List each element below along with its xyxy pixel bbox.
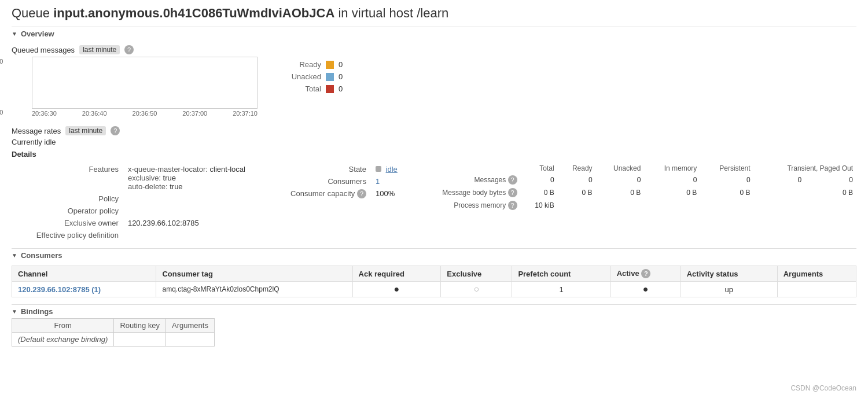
message-rates-help[interactable]: ? [111, 126, 120, 135]
chart-y-top: 1.0 [0, 58, 3, 65]
bindings-arrow-icon: ▼ [12, 308, 17, 315]
chart-legend: Ready 0 Unacked 0 Total 0 [281, 60, 343, 93]
process-memory-row: Process memory ? 10 kiB [405, 199, 856, 212]
message-rates-badge[interactable]: last minute [65, 126, 106, 135]
bindings-section: ▼ Bindings From Routing key Arguments (D… [12, 304, 856, 347]
consumers-table: Channel Consumer tag Ack required Exclus… [12, 266, 856, 297]
features-row: Features x-queue-master-locator: client-… [12, 163, 278, 193]
th-in-memory: In memory [644, 163, 700, 174]
message-rates-header: Message rates last minute ? [12, 126, 856, 135]
details-left: Features x-queue-master-locator: client-… [12, 163, 278, 241]
policy-row: Policy [12, 193, 278, 205]
consumer-capacity-label: Consumer capacity [290, 189, 355, 198]
consumer-arguments [777, 282, 856, 297]
consumers-section: ▼ Consumers Channel Consumer tag Ack req… [12, 248, 856, 297]
consumers-arrow-icon: ▼ [12, 252, 17, 259]
th-ack-required: Ack required [352, 266, 441, 282]
th-arguments: Arguments [777, 266, 856, 282]
consumer-capacity-help[interactable]: ? [357, 189, 366, 198]
policy-label: Policy [12, 193, 124, 205]
messages-help[interactable]: ? [508, 175, 517, 185]
consumer-active: ● [610, 282, 681, 297]
th-active: Active ? [610, 266, 681, 282]
th-activity-status: Activity status [681, 266, 777, 282]
stats-header-row: Total Ready Unacked In memory Persistent… [405, 163, 856, 174]
th-routing-key: Routing key [114, 319, 166, 333]
operator-policy-row: Operator policy [12, 205, 278, 217]
binding-routing-key [114, 333, 166, 347]
chart-wrapper: 1.0 0.0 20:36:30 20:36:40 20:36:50 20:37… [12, 57, 258, 117]
queued-messages-badge[interactable]: last minute [79, 45, 120, 54]
consumers-count-value: 1 [371, 175, 405, 187]
th-persistent: Persistent [700, 163, 753, 174]
legend-ready-value: 0 [339, 60, 343, 69]
consumers-section-label: Consumers [21, 251, 62, 260]
consumer-row: 120.239.66.102:8785 (1) amq.ctag-8xMRaYt… [12, 282, 856, 297]
th-channel: Channel [12, 266, 156, 282]
chart-x-labels: 20:36:30 20:36:40 20:36:50 20:37:00 20:3… [32, 110, 258, 117]
message-body-help[interactable]: ? [508, 188, 517, 197]
bindings-section-label: Bindings [21, 307, 53, 316]
consumer-prefetch-count: 1 [512, 282, 610, 297]
overview-content: Queued messages last minute ? 1.0 0.0 20… [12, 45, 856, 241]
binding-arguments [166, 333, 215, 347]
consumer-tag-value: amq.ctag-8xMRaYtAk0zlos0Chpm2lQ [156, 282, 352, 297]
exclusive-owner-value: 120.239.66.102:8785 [124, 217, 278, 229]
legend-unacked-value: 0 [339, 72, 343, 81]
legend-unacked-color [326, 73, 334, 81]
details-grid: Features x-queue-master-locator: client-… [12, 163, 856, 241]
queued-messages-chart [32, 57, 258, 109]
bindings-table: From Routing key Arguments (Default exch… [12, 318, 215, 347]
legend-ready-color [326, 61, 334, 69]
effective-policy-row: Effective policy definition [12, 229, 278, 241]
chart-area: 1.0 0.0 20:36:30 20:36:40 20:36:50 20:37… [12, 57, 856, 117]
details-label: Details [12, 150, 856, 159]
consumer-capacity-value: 100% [371, 187, 405, 200]
legend-total-color [326, 85, 334, 93]
overview-section-header[interactable]: ▼ Overview [12, 27, 856, 40]
legend-unacked: Unacked 0 [281, 72, 343, 81]
messages-stats-row: Messages ? 0 0 0 0 0 0 0 [405, 174, 856, 186]
overview-label: Overview [21, 30, 54, 38]
message-body-bytes-row: Message body bytes ? 0 B 0 B 0 B 0 B 0 B… [405, 186, 856, 199]
state-label: State [278, 163, 371, 175]
th-from: From [12, 319, 114, 333]
process-memory-help[interactable]: ? [508, 201, 517, 210]
operator-policy-label: Operator policy [12, 205, 124, 217]
consumers-row: Consumers 1 [278, 175, 405, 187]
consumers-section-header[interactable]: ▼ Consumers [12, 248, 856, 262]
message-rates-label: Message rates [12, 127, 61, 135]
state-row: State idle [278, 163, 405, 175]
legend-total-value: 0 [339, 84, 343, 93]
consumers-count-label: Consumers [278, 175, 371, 187]
th-exclusive: Exclusive [441, 266, 512, 282]
bindings-section-header[interactable]: ▼ Bindings [12, 304, 856, 318]
exclusive-owner-label: Exclusive owner [12, 217, 124, 229]
bindings-header-row: From Routing key Arguments [12, 319, 215, 333]
chart-y-bottom: 0.0 [0, 109, 3, 116]
queued-messages-label: Queued messages [12, 46, 75, 54]
state-value: idle [386, 165, 398, 174]
th-unacked: Unacked [596, 163, 645, 174]
th-prefetch-count: Prefetch count [512, 266, 610, 282]
queued-messages-header: Queued messages last minute ? [12, 45, 856, 54]
consumer-activity-status: up [681, 282, 777, 297]
th-consumer-tag: Consumer tag [156, 266, 352, 282]
currently-idle-text: Currently idle [12, 138, 856, 146]
features-label: Features [12, 163, 124, 193]
effective-policy-label: Effective policy definition [12, 229, 124, 241]
th-total: Total [521, 163, 558, 174]
state-icon [376, 166, 381, 172]
consumer-channel: 120.239.66.102:8785 (1) [12, 282, 156, 297]
th-binding-arguments: Arguments [166, 319, 215, 333]
th-transient: Transient, Paged Out [754, 163, 856, 174]
page-title: Queue input.anonymous.0h41C086TuWmdIviAO… [12, 6, 856, 21]
binding-row: (Default exchange binding) [12, 333, 215, 347]
queued-messages-help[interactable]: ? [124, 45, 134, 54]
details-middle: State idle Consumers 1 Consumer capacity… [278, 163, 405, 241]
details-right: Total Ready Unacked In memory Persistent… [405, 163, 856, 241]
exclusive-owner-row: Exclusive owner 120.239.66.102:8785 [12, 217, 278, 229]
legend-total: Total 0 [281, 84, 343, 93]
binding-from: (Default exchange binding) [12, 333, 114, 347]
th-ready: Ready [558, 163, 596, 174]
